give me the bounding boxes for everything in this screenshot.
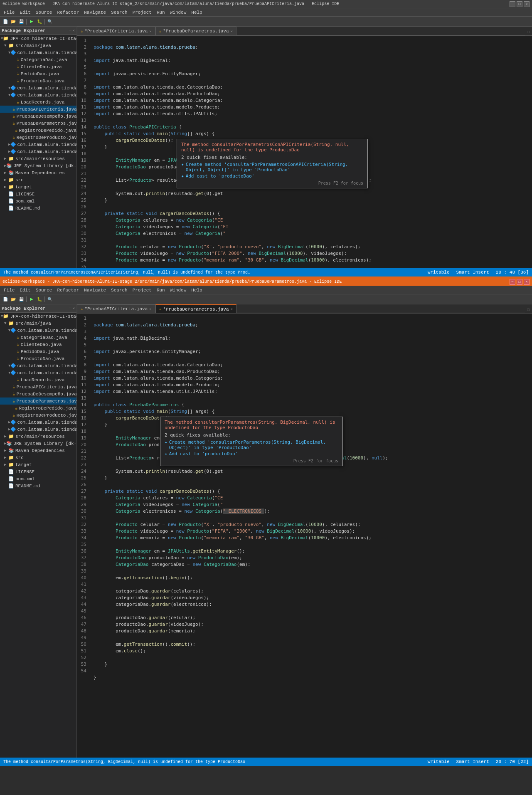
tree2-item-pom[interactable]: 📄pom.xml (0, 475, 76, 482)
menu-help-1[interactable]: Help (189, 10, 204, 15)
tree2-item-producto-dao[interactable]: ☕ProductoDao.java (0, 355, 76, 362)
tree-item-jre[interactable]: ▶📚JRE System Library [dk-25] (0, 162, 76, 169)
tree2-item-pedido-dao[interactable]: ☕PedidoDao.java (0, 348, 76, 355)
tree2-item-target[interactable]: ▶📁target (0, 461, 76, 468)
menu-run-1[interactable]: Run (155, 10, 167, 15)
tree2-item-registro-producto[interactable]: ☕RegistroDeProducto.java (0, 412, 76, 419)
menu-project-1[interactable]: Project (131, 10, 154, 15)
tree2-item-registro-pedido[interactable]: ☕RegistroDePedido.java (0, 405, 76, 412)
menu-source-1[interactable]: Source (34, 10, 54, 15)
tab-prueba-api-1[interactable]: ☕ *PruebaAPICriteria.java ✕ (77, 27, 155, 35)
menu-window-1[interactable]: Window (168, 10, 189, 15)
popup2-fix2[interactable]: ✦ Add cast to 'productoDao' (165, 451, 338, 457)
tree2-item-license[interactable]: 📄LICENSE (0, 468, 76, 475)
toolbar2-search-icon[interactable]: 🔍 (46, 296, 54, 303)
tree-item-target[interactable]: ▶📁target (0, 183, 76, 190)
toolbar2-save-btn[interactable]: 💾 (17, 296, 25, 303)
tree-item-prueba-api[interactable]: ☕PruebaAPICriteria.java (0, 106, 76, 113)
toolbar2-new-btn[interactable]: 📄 (2, 296, 9, 303)
tree-item-pom[interactable]: 📄pom.xml (0, 198, 76, 205)
panel-close-icon-2[interactable]: ✕ (73, 306, 75, 311)
code-content-1[interactable]: 1 2 3 4 5 6 7 8 9 10 11 12 13 14 15 16 1… (77, 36, 532, 268)
minimize-btn-1[interactable]: ─ (510, 1, 515, 7)
tree2-item-prueba-desempeño[interactable]: ☕PruebaDeDesempeño.java (0, 390, 76, 398)
tree2-item-loadrecords[interactable]: ☕LoadRecords.java (0, 376, 76, 383)
tree2-item-resources[interactable]: ▶📁src/main/resources (0, 433, 76, 440)
tree-item-registro-producto[interactable]: ☕RegistroDeProducto.java (0, 134, 76, 141)
panel-close-icon-1[interactable]: ✕ (73, 28, 75, 33)
tree-item-pedido-dao[interactable]: ☕PedidoDao.java (0, 70, 76, 77)
tree2-item-readme[interactable]: 📄README.md (0, 482, 76, 489)
tree-item-modelo-pkg[interactable]: ▼🔷com.latam.alura.tienda.modelo (0, 84, 76, 91)
toolbar2-run-btn[interactable]: ▶ (28, 296, 35, 303)
editor-min-icon-2[interactable]: □ (525, 308, 532, 312)
code-text-2[interactable]: package com.latam.alura.tienda.prueba; i… (90, 314, 532, 758)
tree-item-root[interactable]: ▼📁JPA-con-hibernate-II-stage_2 (0, 35, 76, 42)
tree-item-prueba-desempeño[interactable]: ☕PruebaDeDesempeño.java (0, 113, 76, 120)
tab-close-1[interactable]: ✕ (149, 29, 151, 34)
tree2-item-jre[interactable]: ▶📚JRE System Library [dk-25] (0, 440, 76, 447)
tab2-prueba-api[interactable]: ☕ *PruebaAPICriteria.java ✕ (77, 304, 155, 313)
tree-item-categoria-dao[interactable]: ☕CategoriaDao.java (0, 56, 76, 63)
tab2-prueba-params[interactable]: ☕ *PruebaDeParametros.java ✕ (155, 304, 236, 313)
menu-refactor-1[interactable]: Refactor (55, 10, 81, 15)
close-btn-2[interactable]: ✕ (524, 279, 530, 285)
tree-item-loadrecords[interactable]: ☕LoadRecords.java (0, 99, 76, 106)
tree-item-src-main[interactable]: ▼📁src/main/java (0, 42, 76, 49)
menu-help-2[interactable]: Help (189, 287, 204, 293)
tree2-item-prueba-api[interactable]: ☕PruebaAPICriteria.java (0, 383, 76, 390)
tree2-item-root[interactable]: ▼📁JPA-con-hibernate-II-stage_2 (0, 313, 76, 320)
tree-item-producto-dao[interactable]: ☕ProductoDao.java (0, 77, 76, 84)
tree-item-src[interactable]: ▶📁src (0, 176, 76, 183)
toolbar-new-btn[interactable]: 📄 (2, 18, 9, 25)
toolbar2-open-btn[interactable]: 📂 (10, 296, 17, 303)
code-content-2[interactable]: 1 2 3 4 5 6 7 8 9 10 11 12 13 14 15 16 1… (77, 314, 532, 758)
panel-minimize-icon-1[interactable]: ─ (69, 28, 71, 33)
tab2-close-1[interactable]: ✕ (149, 307, 151, 311)
tree2-item-modelo-pkg[interactable]: ▼🔷com.latam.alura.tienda.modelo (0, 362, 76, 369)
popup1-fix2[interactable]: ✦ Add cast to 'productoDao' (181, 173, 363, 179)
tab-prueba-params-1[interactable]: ☕ *PruebaDeParametros.java ✕ (155, 27, 236, 35)
menu-run-2[interactable]: Run (155, 287, 167, 293)
menu-edit-1[interactable]: Edit (17, 10, 32, 15)
tree-item-prueba-params[interactable]: ☕PruebaDeParametros.java (0, 120, 76, 127)
toolbar-open-btn[interactable]: 📂 (10, 18, 17, 25)
tab2-close-2[interactable]: ✕ (231, 307, 233, 311)
menu-source-2[interactable]: Source (34, 287, 54, 293)
tree-item-resources[interactable]: ▶📁src/main/resources (0, 155, 76, 162)
tree2-item-dao-pkg[interactable]: ▼🔷com.latam.alura.tienda.dao (0, 327, 76, 334)
toolbar-search-icon[interactable]: 🔍 (46, 18, 54, 25)
menu-window-2[interactable]: Window (168, 287, 189, 293)
toolbar2-debug-btn[interactable]: 🐛 (36, 296, 43, 303)
tree2-item-vo-pkg[interactable]: ▶🔷com.latam.alura.tienda.vo (0, 426, 76, 433)
tree2-item-cliente-dao[interactable]: ☕ClienteDao.java (0, 341, 76, 348)
maximize-btn-2[interactable]: □ (517, 279, 522, 285)
tree-item-readme[interactable]: 📄README.md (0, 205, 76, 212)
toolbar-debug-btn[interactable]: 🐛 (36, 18, 43, 25)
menu-navigate-1[interactable]: Navigate (82, 10, 108, 15)
tree-item-dao-pkg[interactable]: ▼🔷com.latam.alura.tienda.dao (0, 49, 76, 56)
menu-edit-2[interactable]: Edit (17, 287, 32, 293)
tree2-item-utils-pkg[interactable]: ▶🔷com.latam.alura.tienda.utils (0, 419, 76, 426)
tree-item-license[interactable]: 📄LICENSE (0, 190, 76, 198)
toolbar-run-btn[interactable]: ▶ (28, 18, 35, 25)
menu-file-1[interactable]: File (2, 10, 17, 15)
maximize-btn-1[interactable]: □ (517, 1, 522, 7)
tree-item-registro-pedido[interactable]: ☕RegistroDePedido.java (0, 127, 76, 134)
tree2-item-prueba-params[interactable]: ☕PruebaDeParametros.java (0, 398, 76, 405)
panel-minimize-icon-2[interactable]: ─ (69, 306, 71, 311)
menu-navigate-2[interactable]: Navigate (82, 287, 108, 293)
close-btn-1[interactable]: ✕ (524, 1, 530, 7)
editor-min-icon-1[interactable]: □ (525, 30, 532, 35)
menu-search-1[interactable]: Search (109, 10, 130, 15)
popup2-fix1[interactable]: ✦ Create method 'consultarPorParametros(… (165, 439, 338, 451)
tree2-item-src[interactable]: ▶📁src (0, 454, 76, 461)
toolbar-save-btn[interactable]: 💾 (17, 18, 25, 25)
menu-refactor-2[interactable]: Refactor (55, 287, 81, 293)
tree-item-vo-pkg[interactable]: ▶🔷com.latam.alura.tienda.vo (0, 148, 76, 155)
tree2-item-maven[interactable]: ▶📚Maven Dependencies (0, 447, 76, 454)
tree-item-cliente-dao[interactable]: ☕ClienteDao.java (0, 63, 76, 70)
minimize-btn-2[interactable]: ─ (510, 279, 515, 285)
tree-item-utils-pkg[interactable]: ▶🔷com.latam.alura.tienda.utils (0, 141, 76, 148)
tree-item-maven[interactable]: ▶📚Maven Dependencies (0, 169, 76, 176)
